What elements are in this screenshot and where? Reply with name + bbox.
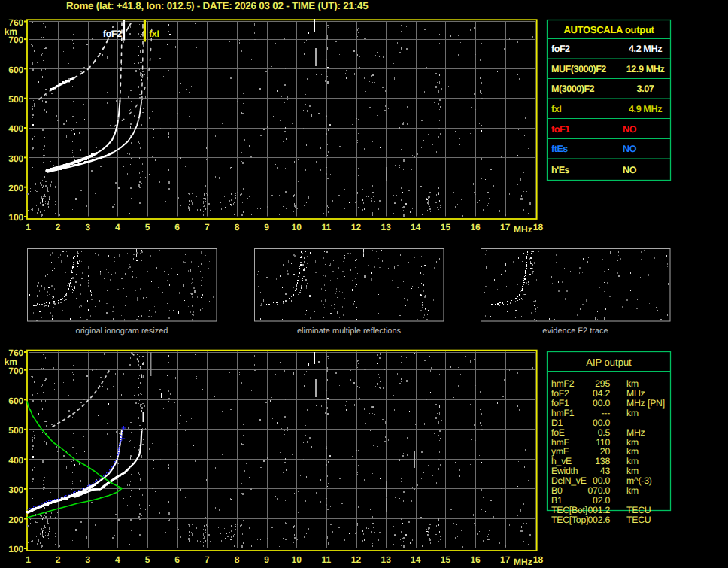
svg-text:1: 1	[26, 554, 31, 565]
svg-text:3: 3	[85, 554, 90, 565]
svg-text:500: 500	[8, 94, 23, 105]
svg-text:DelN_vE: DelN_vE	[551, 475, 587, 486]
svg-text:11: 11	[322, 222, 332, 232]
svg-text:foF2: foF2	[551, 44, 570, 54]
svg-text:B1: B1	[551, 495, 563, 506]
svg-text:3.07: 3.07	[637, 84, 654, 94]
svg-text:6: 6	[174, 222, 180, 232]
svg-text:TECU: TECU	[626, 515, 651, 525]
svg-text:14: 14	[411, 554, 421, 565]
svg-text:hmF2: hmF2	[551, 378, 575, 389]
svg-text:eliminate multiple reflections: eliminate multiple reflections	[297, 327, 402, 336]
svg-text:00.0: 00.0	[593, 418, 610, 428]
svg-text:00.0: 00.0	[593, 475, 610, 486]
svg-text:MHz: MHz	[514, 557, 532, 567]
svg-text:200: 200	[8, 515, 23, 525]
svg-text:Ewidth: Ewidth	[551, 466, 578, 476]
svg-text:43: 43	[600, 466, 611, 476]
svg-text:5: 5	[145, 222, 150, 232]
svg-text:foF2: foF2	[551, 388, 569, 399]
svg-text:fxI: fxI	[551, 104, 561, 114]
svg-text:km: km	[626, 446, 639, 457]
svg-text:km: km	[626, 485, 639, 496]
svg-text:110: 110	[596, 437, 610, 448]
svg-text:18: 18	[533, 222, 544, 232]
svg-text:NO: NO	[623, 144, 637, 154]
svg-text:km: km	[626, 408, 639, 418]
svg-text:138: 138	[595, 456, 610, 466]
svg-text:12: 12	[351, 554, 362, 565]
svg-text:300: 300	[8, 153, 23, 164]
svg-text:16: 16	[470, 222, 481, 232]
svg-text:02.0: 02.0	[593, 495, 610, 506]
svg-text:9: 9	[264, 222, 269, 232]
svg-text:9: 9	[264, 554, 269, 565]
svg-text:D1: D1	[551, 418, 563, 428]
svg-text:km: km	[5, 357, 17, 367]
svg-text:AIP output: AIP output	[586, 357, 632, 368]
svg-text:fxI: fxI	[149, 29, 159, 39]
svg-text:MHz: MHz	[514, 224, 532, 235]
svg-text:700: 700	[8, 366, 23, 376]
svg-text:3: 3	[85, 222, 90, 232]
svg-text:7: 7	[205, 554, 210, 565]
svg-text:4: 4	[115, 222, 120, 232]
svg-text:7: 7	[205, 222, 210, 232]
svg-text:M(3000)F2: M(3000)F2	[551, 84, 595, 94]
svg-text:10: 10	[292, 222, 302, 232]
svg-text:300: 300	[8, 484, 23, 495]
svg-text:100: 100	[8, 212, 23, 223]
svg-text:TEC[Top]: TEC[Top]	[551, 515, 588, 525]
svg-text:4: 4	[115, 554, 120, 565]
svg-text:20: 20	[600, 446, 611, 457]
svg-text:13: 13	[381, 554, 392, 565]
svg-text:h_vE: h_vE	[551, 456, 572, 466]
svg-text:600: 600	[8, 65, 23, 75]
svg-text:10: 10	[292, 554, 302, 565]
svg-text:500: 500	[8, 425, 23, 436]
svg-text:hmE: hmE	[551, 437, 570, 448]
svg-text:TEC[Bot]: TEC[Bot]	[551, 505, 587, 515]
svg-text:295: 295	[595, 378, 610, 389]
svg-text:12: 12	[351, 222, 362, 232]
svg-text:18: 18	[533, 554, 544, 565]
svg-text:original ionogram resized: original ionogram resized	[76, 327, 168, 336]
svg-text:17: 17	[500, 554, 511, 565]
svg-text:ymE: ymE	[551, 446, 569, 457]
svg-text:4.9 MHz: 4.9 MHz	[629, 104, 662, 114]
svg-text:400: 400	[8, 123, 23, 134]
svg-text:1: 1	[26, 222, 31, 232]
svg-text:MHz: MHz	[626, 388, 645, 399]
svg-text:12.9 MHz: 12.9 MHz	[626, 64, 665, 74]
svg-text:MUF(3000)F2: MUF(3000)F2	[551, 64, 606, 74]
svg-text:8: 8	[235, 554, 240, 565]
svg-text:5: 5	[145, 554, 150, 565]
svg-text:17: 17	[500, 222, 511, 232]
svg-text:km: km	[626, 437, 639, 448]
svg-text:km: km	[626, 378, 639, 389]
svg-text:002.6: 002.6	[588, 515, 611, 525]
svg-text:14: 14	[411, 222, 421, 232]
svg-text:h'Es: h'Es	[551, 165, 570, 175]
svg-text:NO: NO	[623, 165, 637, 175]
svg-text:MHz: MHz	[626, 427, 645, 438]
svg-text:[PN]: [PN]	[648, 398, 665, 409]
svg-text:2: 2	[56, 222, 61, 232]
svg-text:AUTOSCALA output: AUTOSCALA output	[563, 24, 654, 35]
svg-text:700: 700	[8, 35, 23, 45]
svg-text:---: ---	[601, 408, 610, 418]
svg-text:0.5: 0.5	[598, 427, 611, 438]
svg-text:4.2 MHz: 4.2 MHz	[629, 44, 662, 54]
svg-text:11: 11	[322, 554, 332, 565]
svg-text:foF1: foF1	[551, 398, 569, 409]
svg-text:15: 15	[441, 222, 451, 232]
svg-text:Rome (lat: +41.8, lon: 012.5): Rome (lat: +41.8, lon: 012.5) - DATE: 20…	[66, 0, 369, 11]
svg-text:100: 100	[8, 544, 23, 554]
svg-text:04.2: 04.2	[593, 388, 610, 399]
svg-text:B0: B0	[551, 485, 563, 496]
svg-text:ftEs: ftEs	[551, 144, 568, 154]
svg-text:070.0: 070.0	[588, 485, 611, 496]
svg-text:km: km	[5, 26, 17, 37]
svg-text:foE: foE	[551, 427, 565, 438]
svg-text:6: 6	[174, 554, 180, 565]
